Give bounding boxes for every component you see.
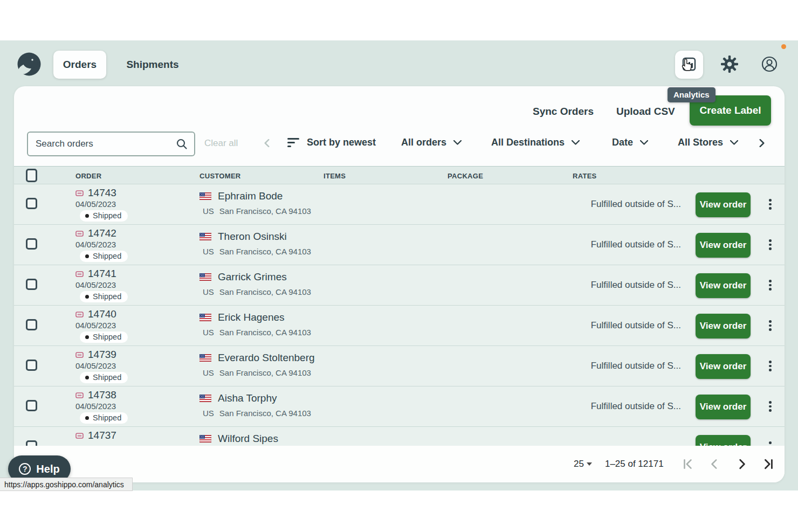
status-url-text: https://apps.goshippo.com/analytics — [4, 480, 124, 489]
order-source-icon — [75, 312, 84, 317]
row-menu-kebab-icon[interactable] — [768, 400, 773, 413]
row-checkbox[interactable] — [26, 319, 37, 330]
sort-control[interactable]: Sort by newest — [287, 137, 376, 148]
select-all-checkbox[interactable] — [26, 169, 37, 182]
order-number[interactable]: 14740 — [88, 308, 116, 320]
status-dot-icon — [85, 254, 89, 258]
rate-status: Fulfilled outside of S... — [571, 199, 681, 210]
page-size-dropdown[interactable]: 25 — [574, 459, 592, 469]
view-order-button[interactable]: View order — [696, 395, 751, 419]
filter-all-orders-label: All orders — [401, 137, 446, 148]
upload-csv-button[interactable]: Upload CSV — [616, 106, 675, 118]
row-checkbox[interactable] — [26, 279, 37, 290]
next-page-button[interactable] — [735, 457, 749, 471]
status-badge: Shipped — [80, 412, 128, 424]
customer-address: San Francisco, CA 94103 — [219, 247, 311, 256]
analytics-tooltip: Analytics — [668, 87, 716, 102]
sync-orders-button[interactable]: Sync Orders — [533, 106, 594, 118]
view-order-button[interactable]: View order — [696, 192, 751, 217]
row-checkbox[interactable] — [26, 198, 37, 209]
order-number[interactable]: 14741 — [88, 268, 116, 280]
filter-all-orders[interactable]: All orders — [401, 137, 462, 148]
search-icon[interactable] — [176, 138, 188, 150]
rate-status: Fulfilled outside of S... — [571, 361, 681, 371]
customer-country: US — [203, 206, 214, 216]
chevron-down-icon — [640, 140, 648, 145]
filters-scroll-right-icon[interactable] — [758, 139, 766, 147]
filter-all-stores[interactable]: All Stores — [678, 137, 738, 148]
filter-date[interactable]: Date — [612, 137, 648, 148]
tab-shipments[interactable]: Shipments — [115, 51, 190, 79]
row-menu-kebab-icon[interactable] — [768, 360, 773, 372]
us-flag-icon — [200, 314, 211, 321]
browser-status-url: https://apps.goshippo.com/analytics — [0, 478, 133, 491]
rate-status: Fulfilled outside of S... — [571, 280, 681, 291]
order-date: 04/05/2023 — [75, 240, 128, 249]
row-menu-kebab-icon[interactable] — [768, 279, 773, 292]
status-badge: Shipped — [80, 251, 128, 262]
settings-gear-icon[interactable] — [720, 55, 739, 75]
pagination-range: 1–25 of 12171 — [605, 459, 664, 469]
search-input[interactable] — [28, 139, 176, 149]
first-page-button[interactable] — [681, 457, 695, 471]
customer-name: Everardo Stoltenberg — [218, 352, 315, 364]
tab-orders[interactable]: Orders — [53, 51, 106, 79]
order-number[interactable]: 14739 — [88, 349, 116, 361]
table-row: 14740 04/05/2023 Shipped — [14, 306, 785, 346]
order-source-icon — [75, 392, 84, 398]
recording-indicator-dot — [781, 44, 786, 49]
view-order-button[interactable]: View order — [696, 314, 751, 338]
order-cell: 14743 04/05/2023 Shipped — [75, 187, 128, 222]
row-checkbox[interactable] — [26, 440, 37, 446]
order-date: 04/05/2023 — [75, 199, 128, 209]
clear-all-button[interactable]: Clear all — [204, 138, 238, 149]
row-menu-kebab-icon[interactable] — [768, 198, 773, 211]
customer-cell: Ephraim Bode US San Francisco, CA 94103 — [200, 190, 311, 216]
table-row: 14741 04/05/2023 Shipped — [14, 265, 785, 306]
table-row: 14742 04/05/2023 Shipped — [14, 225, 785, 265]
analytics-button[interactable] — [675, 51, 703, 79]
row-menu-kebab-icon[interactable] — [768, 440, 773, 446]
customer-address: San Francisco, CA 94103 — [219, 287, 311, 296]
view-order-button[interactable]: View order — [696, 233, 751, 258]
status-label: Shipped — [93, 292, 121, 301]
order-date: 04/05/2023 — [75, 402, 128, 411]
order-number[interactable]: 14742 — [88, 227, 116, 239]
status-badge: Shipped — [80, 331, 128, 343]
order-number[interactable]: 14738 — [88, 389, 116, 401]
customer-cell: Theron Osinski US San Francisco, CA 9410… — [200, 231, 311, 256]
status-dot-icon — [85, 295, 89, 299]
screen: Orders Shipments — [0, 0, 798, 532]
chevron-down-icon — [453, 140, 462, 145]
us-flag-icon — [200, 273, 211, 281]
profile-account-icon[interactable] — [761, 56, 778, 75]
row-checkbox[interactable] — [26, 238, 37, 250]
row-checkbox[interactable] — [26, 360, 37, 371]
row-menu-kebab-icon[interactable] — [768, 238, 773, 251]
filters-scroll-left-icon[interactable] — [263, 139, 271, 147]
status-label: Shipped — [93, 373, 121, 382]
customer-address: San Francisco, CA 94103 — [219, 206, 311, 216]
order-number[interactable]: 14743 — [88, 187, 116, 199]
status-label: Shipped — [93, 333, 121, 341]
customer-country: US — [203, 409, 214, 418]
view-order-button[interactable]: View order — [696, 354, 751, 379]
row-menu-kebab-icon[interactable] — [768, 319, 773, 332]
us-flag-icon — [200, 354, 211, 362]
order-cell: 14740 04/05/2023 Shipped — [75, 308, 128, 343]
last-page-button[interactable] — [762, 457, 776, 471]
customer-name: Garrick Grimes — [218, 271, 287, 283]
pagination: 25 1–25 of 12171 — [574, 446, 776, 482]
view-order-button[interactable]: View order — [696, 435, 751, 446]
row-checkbox[interactable] — [26, 400, 37, 411]
order-cell: 14742 04/05/2023 Shipped — [75, 227, 128, 262]
previous-page-button[interactable] — [708, 457, 722, 471]
view-order-button[interactable]: View order — [696, 273, 751, 298]
filter-all-stores-label: All Stores — [678, 137, 723, 148]
order-number[interactable]: 14737 — [88, 430, 116, 441]
filter-all-destinations[interactable]: All Destinations — [491, 137, 580, 148]
order-cell: 14741 04/05/2023 Shipped — [75, 268, 128, 302]
us-flag-icon — [200, 233, 211, 240]
shippo-logo-icon[interactable] — [17, 52, 42, 77]
mouse-cursor-icon — [682, 58, 693, 73]
